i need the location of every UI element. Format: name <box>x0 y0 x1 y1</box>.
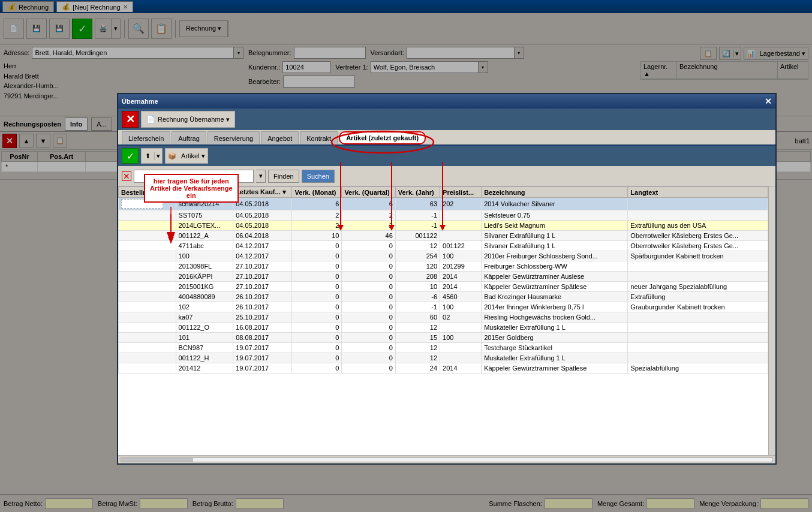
cell-verk_quartal: 0 <box>342 323 395 333</box>
tab-artikel-zuletzt-label: Artikel (zuletzt gekauft) <box>346 134 419 141</box>
tab-artikel-zuletzt[interactable]: Artikel (zuletzt gekauft) <box>339 131 426 144</box>
modal-cancel-btn[interactable]: ✕ <box>122 111 139 128</box>
cell-verk_jahr: 24 <box>395 363 440 374</box>
modal-rechnung-btn[interactable]: 📄 Rechnung Übernahme ▾ <box>141 111 235 128</box>
cell-verk_quartal: 46 <box>342 231 395 241</box>
cell-bestellmenge[interactable] <box>119 363 176 374</box>
suchen-btn[interactable]: Suchen <box>302 170 335 183</box>
modal-inner-toolbar: ✓ ⬆ ▾ 📦 Artikel ▾ <box>118 146 775 166</box>
cell-bezeichnung: Bad Krozinger Hausmarke <box>482 292 628 302</box>
cell-preisliste: 001122 <box>440 241 482 251</box>
cell-letztes_kauf: 19.07.2017 <box>233 363 292 374</box>
cell-bestellmenge[interactable] <box>119 241 176 251</box>
tab-lieferschein[interactable]: Lieferschein <box>122 131 170 144</box>
cell-verk_quartal: 0 <box>342 312 395 323</box>
cell-verk_quartal: 0 <box>342 272 395 282</box>
cell-verk_quartal: 0 <box>342 261 395 272</box>
cell-verk_jahr: 12 <box>395 323 440 333</box>
cell-verk_monat: 0 <box>292 353 342 363</box>
cell-langtext <box>628 333 768 343</box>
annotation-text: hier tragen Sie für jedenArtikel die Ver… <box>144 174 239 203</box>
cell-bestellmenge[interactable] <box>119 251 176 261</box>
th-bezeichnung: Bezeichnung <box>482 187 628 198</box>
cell-letztes_kauf: 04.05.2018 <box>233 198 292 210</box>
cell-verk_jahr: 10 <box>395 282 440 292</box>
cell-bestellmenge[interactable] <box>119 210 176 221</box>
search-dropdown[interactable]: ▾ <box>256 170 266 183</box>
cell-verk_monat: 0 <box>292 282 342 292</box>
tab-auftrag-label: Auftrag <box>178 135 199 142</box>
modal-artikel-btn[interactable]: 📦 Artikel ▾ <box>165 148 208 164</box>
tab-reservierung-label: Reservierung <box>214 135 253 142</box>
cell-verk_quartal: 2 <box>342 210 395 221</box>
cell-artikelnr: 2013098FL <box>176 261 233 272</box>
cell-langtext <box>628 210 768 221</box>
cell-bestellmenge[interactable] <box>119 333 176 343</box>
cell-bezeichnung: 2015er Goldberg <box>482 333 628 343</box>
cell-bestellmenge[interactable] <box>119 343 176 353</box>
cell-verk_jahr: -1 <box>395 221 440 231</box>
cell-bezeichnung: 2010er Freiburger Schlossberg Sond... <box>482 251 628 261</box>
cell-verk_quartal: 6 <box>342 198 395 210</box>
modal-arrow-btn[interactable]: ⬆ ▾ <box>141 148 163 164</box>
cell-preisliste: 02 <box>440 312 482 323</box>
modal-content: ✕ ▾ Finden Suchen Bestellmenge Artikelnr… <box>118 166 775 463</box>
cell-artikelnr: 001122_O <box>176 323 233 333</box>
cell-langtext: Extrafüllung <box>628 292 768 302</box>
modal-scrollbar[interactable] <box>768 186 775 455</box>
cell-langtext <box>628 261 768 272</box>
cell-letztes_kauf: 27.10.2017 <box>233 261 292 272</box>
cell-artikelnr: 4711abc <box>176 241 233 251</box>
cell-verk_quartal: 0 <box>342 241 395 251</box>
cell-preisliste: 4560 <box>440 292 482 302</box>
cell-verk_jahr: 63 <box>395 198 440 210</box>
cell-verk_jahr: 15 <box>395 333 440 343</box>
cell-bezeichnung: Sektsteuer 0,75 <box>482 210 628 221</box>
cell-bezeichnung: Käppeler Gewürztraminer Spätlese <box>482 282 628 292</box>
cell-verk_jahr: 254 <box>395 251 440 261</box>
cell-letztes_kauf: 27.10.2017 <box>233 282 292 292</box>
cell-verk_quartal: 0 <box>342 343 395 353</box>
cell-preisliste: 201299 <box>440 261 482 272</box>
cell-bezeichnung: Käppeler Gewürztraminer Spätlese <box>482 363 628 374</box>
cell-bestellmenge[interactable] <box>119 221 176 231</box>
tab-lieferschein-label: Lieferschein <box>128 135 164 142</box>
cell-verk_monat: 0 <box>292 251 342 261</box>
horizontal-scrollbar[interactable] <box>118 455 775 463</box>
cell-bestellmenge[interactable] <box>119 261 176 272</box>
cell-langtext <box>628 312 768 323</box>
cell-letztes_kauf: 04.05.2018 <box>233 221 292 231</box>
cell-bestellmenge[interactable] <box>119 302 176 312</box>
cell-verk_monat: 2 <box>292 210 342 221</box>
tab-angebot[interactable]: Angebot <box>261 131 299 144</box>
cell-verk_monat: 0 <box>292 272 342 282</box>
cell-verk_quartal: 0 <box>342 251 395 261</box>
modal-confirm-btn[interactable]: ✓ <box>122 148 139 164</box>
cell-preisliste: 2014 <box>440 363 482 374</box>
tab-reservierung[interactable]: Reservierung <box>207 131 260 144</box>
cell-bestellmenge[interactable] <box>119 353 176 363</box>
artikel-table: Bestellmenge Artikelnr. Letztes Kauf... … <box>118 186 768 374</box>
cell-bezeichnung: Riesling Hochgewächs trocken Gold... <box>482 312 628 323</box>
modal-close-btn[interactable]: ✕ <box>765 97 772 106</box>
tab-kontrakt[interactable]: Kontrakt <box>300 131 338 144</box>
cell-bestellmenge[interactable] <box>119 323 176 333</box>
cell-bestellmenge[interactable] <box>119 282 176 292</box>
modal-table-wrapper[interactable]: Bestellmenge Artikelnr. Letztes Kauf... … <box>118 186 768 455</box>
modal-title: Übernahme <box>122 98 158 105</box>
cell-artikelnr: 100 <box>176 251 233 261</box>
search-cancel-icon[interactable]: ✕ <box>122 171 131 181</box>
cell-bestellmenge[interactable] <box>119 272 176 282</box>
modal-artikel-label: Artikel ▾ <box>179 152 207 160</box>
finden-btn[interactable]: Finden <box>268 170 299 183</box>
cell-bestellmenge[interactable] <box>119 312 176 323</box>
cell-langtext <box>628 323 768 333</box>
cell-bestellmenge[interactable] <box>119 231 176 241</box>
cell-bezeichnung: 2014 Volkacher Silvaner <box>482 198 628 210</box>
cell-artikelnr: 2014LGTEX... <box>176 221 233 231</box>
cell-bestellmenge[interactable] <box>119 292 176 302</box>
modal-toolbar: ✕ 📄 Rechnung Übernahme ▾ <box>118 109 775 130</box>
tab-auftrag[interactable]: Auftrag <box>172 131 206 144</box>
cell-langtext: Spezialabfüllung <box>628 363 768 374</box>
cell-verk_quartal: 0 <box>342 333 395 343</box>
